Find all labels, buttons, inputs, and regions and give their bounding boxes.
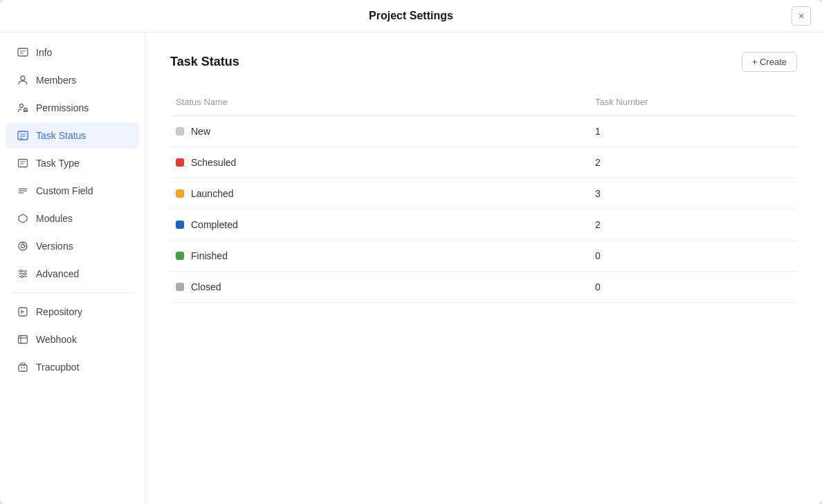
sidebar-label-members: Members	[36, 75, 76, 86]
sidebar-label-info: Info	[36, 47, 52, 58]
task-number-cell: 0	[590, 281, 797, 292]
svg-point-3	[21, 76, 25, 80]
col-task-number: Task Number	[590, 94, 797, 110]
sidebar-label-task-status: Task Status	[36, 130, 86, 141]
create-button[interactable]: + Create	[742, 52, 797, 72]
sidebar-label-versions: Versions	[36, 241, 73, 252]
sidebar-label-tracupbot: Tracupbot	[36, 362, 80, 373]
svg-rect-28	[19, 336, 28, 344]
sidebar-label-modules: Modules	[36, 213, 73, 224]
main-content: Task Status + Create Status Name Task Nu…	[145, 32, 822, 504]
modal-title: Project Settings	[369, 10, 453, 22]
custom-field-icon	[17, 185, 29, 197]
table-row: Schesuled 2	[170, 147, 797, 178]
advanced-icon	[17, 268, 29, 280]
svg-marker-16	[19, 214, 27, 223]
svg-rect-0	[18, 48, 28, 56]
svg-point-25	[24, 273, 26, 275]
svg-rect-32	[21, 363, 25, 365]
sidebar-item-webhook[interactable]: Webhook	[6, 326, 139, 353]
svg-rect-31	[19, 365, 27, 371]
status-name: Schesuled	[191, 157, 236, 168]
close-button[interactable]: ×	[792, 6, 811, 26]
sidebar-label-advanced: Advanced	[36, 268, 79, 279]
sidebar-item-task-type[interactable]: Task Type	[6, 150, 139, 176]
task-number-cell: 2	[590, 219, 797, 230]
status-name-cell: Launched	[170, 188, 590, 199]
members-icon	[17, 74, 29, 86]
status-name: Closed	[191, 281, 221, 292]
sidebar-label-webhook: Webhook	[36, 334, 77, 345]
project-settings-modal: Project Settings × Info	[0, 0, 822, 504]
sidebar-label-task-type: Task Type	[36, 158, 80, 169]
status-name: Launched	[191, 188, 234, 199]
status-dot	[176, 221, 184, 229]
repository-icon	[17, 306, 29, 318]
sidebar-item-advanced[interactable]: Advanced	[6, 261, 139, 287]
col-status-name: Status Name	[170, 94, 590, 110]
sidebar-item-custom-field[interactable]: Custom Field	[6, 178, 139, 204]
page-title: Task Status	[170, 55, 239, 69]
task-number-cell: 0	[590, 250, 797, 261]
status-name-cell: New	[170, 126, 590, 137]
svg-point-4	[20, 104, 24, 108]
sidebar-item-tracupbot[interactable]: Tracupbot	[6, 354, 139, 380]
sidebar: Info Members	[0, 32, 145, 504]
task-number-cell: 2	[590, 157, 797, 168]
svg-point-34	[24, 367, 25, 368]
sidebar-item-modules[interactable]: Modules	[6, 205, 139, 232]
task-number-cell: 3	[590, 188, 797, 199]
table-header: Status Name Task Number	[170, 88, 797, 116]
status-name-cell: Closed	[170, 281, 590, 292]
status-dot	[176, 127, 184, 136]
svg-point-33	[21, 367, 22, 368]
svg-rect-10	[19, 160, 28, 167]
versions-icon	[17, 240, 29, 252]
svg-point-18	[21, 245, 25, 248]
sidebar-item-permissions[interactable]: Permissions	[6, 95, 139, 121]
table-row: Launched 3	[170, 178, 797, 209]
task-type-icon	[17, 157, 29, 169]
table-row: Finished 0	[170, 241, 797, 272]
status-dot	[176, 252, 184, 260]
sidebar-label-repository: Repository	[36, 306, 82, 317]
task-number-cell: 1	[590, 126, 797, 137]
table-row: Completed 2	[170, 209, 797, 241]
table-row: New 1	[170, 116, 797, 147]
status-name: Finished	[191, 250, 228, 261]
table-row: Closed 0	[170, 272, 797, 303]
sidebar-label-permissions: Permissions	[36, 102, 89, 113]
tracupbot-icon	[17, 361, 29, 373]
modal-header: Project Settings ×	[0, 0, 822, 32]
sidebar-item-repository[interactable]: Repository	[6, 299, 139, 325]
task-status-icon	[17, 129, 29, 142]
sidebar-item-members[interactable]: Members	[6, 67, 139, 93]
webhook-icon	[17, 333, 29, 346]
task-status-table: Status Name Task Number New 1 Schesuled	[170, 88, 797, 303]
permissions-icon	[17, 102, 29, 114]
svg-point-26	[21, 276, 24, 278]
modules-icon	[17, 212, 29, 225]
svg-point-24	[20, 270, 22, 272]
modal-body: Info Members	[0, 32, 822, 504]
status-name: Completed	[191, 219, 238, 230]
info-icon	[17, 46, 29, 59]
sidebar-divider	[11, 292, 134, 293]
status-name-cell: Finished	[170, 250, 590, 261]
content-header: Task Status + Create	[170, 52, 797, 72]
status-name-cell: Completed	[170, 219, 590, 230]
status-dot	[176, 189, 184, 198]
status-name: New	[191, 126, 210, 137]
sidebar-label-custom-field: Custom Field	[36, 185, 93, 196]
sidebar-item-info[interactable]: Info	[6, 39, 139, 66]
status-dot	[176, 158, 184, 167]
sidebar-item-task-status[interactable]: Task Status	[6, 122, 139, 149]
sidebar-item-versions[interactable]: Versions	[6, 233, 139, 259]
status-name-cell: Schesuled	[170, 157, 590, 168]
status-dot	[176, 283, 184, 291]
